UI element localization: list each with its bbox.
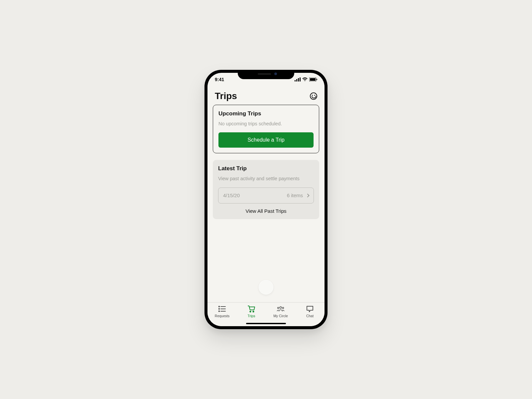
chat-icon xyxy=(306,305,314,313)
chevron-right-icon xyxy=(306,194,309,197)
profile-smiley-icon[interactable] xyxy=(310,92,317,100)
svg-rect-1 xyxy=(296,79,297,81)
phone-frame: 9:41 Trips Upcoming Trips No upcoming tr… xyxy=(204,70,328,329)
svg-rect-6 xyxy=(317,79,317,80)
latest-trip-row[interactable]: 4/15/20 6 items xyxy=(218,188,314,203)
trip-item-count: 6 items xyxy=(287,193,303,198)
page-header: Trips xyxy=(207,86,325,105)
trip-date: 4/15/20 xyxy=(223,193,240,198)
svg-rect-0 xyxy=(295,80,296,81)
tab-label: Requests xyxy=(215,314,229,318)
tab-label: Chat xyxy=(306,314,314,318)
people-icon xyxy=(277,305,285,313)
wifi-icon xyxy=(302,77,308,81)
status-indicators xyxy=(295,77,317,81)
tab-requests[interactable]: Requests xyxy=(212,305,232,318)
svg-point-14 xyxy=(253,311,254,312)
view-all-past-trips-link[interactable]: View All Past Trips xyxy=(218,208,314,214)
device-notch xyxy=(238,70,294,79)
tab-label: My Circle xyxy=(273,314,288,318)
latest-subtitle: View past activity and settle payments xyxy=(218,175,314,182)
schedule-trip-button[interactable]: Schedule a Trip xyxy=(218,132,314,148)
tab-chat[interactable]: Chat xyxy=(300,305,320,318)
tab-label: Trips xyxy=(248,314,255,318)
svg-rect-2 xyxy=(298,78,299,81)
touch-indicator xyxy=(259,280,273,295)
svg-rect-5 xyxy=(310,78,316,81)
home-indicator xyxy=(246,323,286,324)
latest-title: Latest Trip xyxy=(218,165,314,172)
status-time: 9:41 xyxy=(215,77,224,82)
tab-trips[interactable]: Trips xyxy=(241,305,261,318)
svg-point-11 xyxy=(219,311,219,312)
page-title: Trips xyxy=(215,91,237,101)
svg-point-7 xyxy=(219,306,219,307)
svg-point-15 xyxy=(280,307,281,308)
battery-icon xyxy=(309,77,317,81)
svg-point-17 xyxy=(282,307,284,309)
tab-my-circle[interactable]: My Circle xyxy=(271,305,291,318)
cellular-icon xyxy=(295,77,301,81)
upcoming-title: Upcoming Trips xyxy=(218,110,314,117)
svg-point-9 xyxy=(219,309,219,309)
latest-trip-card: Latest Trip View past activity and settl… xyxy=(213,160,319,219)
list-icon xyxy=(218,305,226,313)
svg-point-16 xyxy=(278,307,279,309)
svg-rect-3 xyxy=(300,77,301,81)
svg-point-13 xyxy=(250,311,251,312)
upcoming-empty-text: No upcoming trips scheduled. xyxy=(218,120,314,127)
content-area: Upcoming Trips No upcoming trips schedul… xyxy=(207,105,325,302)
screen: 9:41 Trips Upcoming Trips No upcoming tr… xyxy=(207,73,325,326)
tab-bar: Requests Trips My Circle Chat xyxy=(207,302,325,326)
upcoming-trips-card: Upcoming Trips No upcoming trips schedul… xyxy=(213,105,319,153)
cart-icon xyxy=(247,305,255,313)
